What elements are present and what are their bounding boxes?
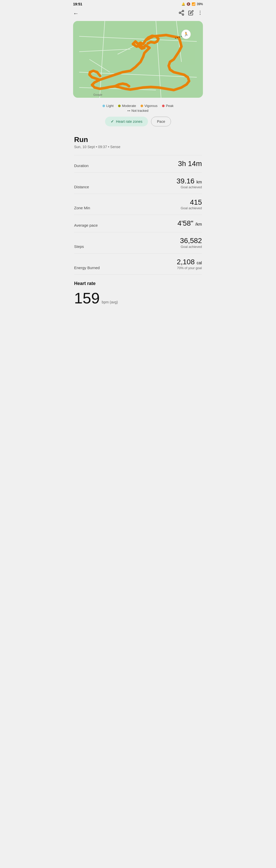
heart-rate-unit: bpm (avg) [102,300,118,304]
heart-rate-number: 159 [74,289,100,307]
check-icon: ✓ [111,119,114,124]
stat-energy: Energy Burned 2,108 cal 70% of your goal [74,253,202,275]
status-bar: 19:51 🔔 🔇 📶 39% [69,0,207,7]
steps-goal: Goal achieved [180,245,202,249]
vigorous-dot [141,105,143,107]
heart-rate-title: Heart rate [74,281,202,286]
heart-rate-section: Heart rate 159 bpm (avg) [69,275,207,311]
not-tracked-dots [128,110,130,111]
legend-vigorous: Vigorous [141,104,158,108]
legend-row-1: Light Moderate Vigorous Peak [102,104,174,108]
svg-point-7 [200,14,201,15]
filter-buttons: ✓ Heart rate zones Pace [69,114,207,131]
stat-duration: Duration 3h 14m [74,155,202,173]
heart-rate-zones-label: Heart rate zones [116,120,143,124]
legend-not-tracked: Not tracked [128,109,148,113]
energy-label: Energy Burned [74,266,100,270]
wifi-icon: 📶 [192,2,196,6]
share-button[interactable] [178,10,184,18]
mute-icon: 🔇 [186,2,191,6]
duration-value: 3h 14m [178,160,202,168]
nav-right [178,10,203,18]
battery-icon: 39% [197,2,203,6]
legend-light: Light [102,104,113,108]
peak-dot [162,105,165,107]
distance-goal: Goal achieved [177,185,202,189]
heart-rate-value-display: 159 bpm (avg) [74,289,202,307]
status-time: 19:51 [73,2,82,6]
duration-label: Duration [74,163,89,168]
zone-min-goal: Goal achieved [181,206,202,210]
zone-min-value-block: 415 Goal achieved [181,198,202,210]
energy-value-block: 2,108 cal 70% of your goal [177,258,202,270]
moderate-dot [118,105,120,107]
stat-avg-pace: Average pace 4'58" /km [74,215,202,232]
nav-left: ← [73,10,79,17]
svg-point-6 [200,12,201,13]
legend-moderate-label: Moderate [122,104,136,108]
energy-value: 2,108 cal [177,258,202,266]
legend-peak: Peak [162,104,174,108]
run-subtitle: Sun, 10 Sept • 09:37 • Sense [74,145,202,149]
light-dot [102,105,105,107]
zone-min-value: 415 [181,198,202,207]
status-icons: 🔔 🔇 📶 39% [181,2,203,6]
svg-point-5 [200,11,201,11]
legend-peak-label: Peak [166,104,174,108]
zone-min-label: Zone Min [74,206,90,210]
heart-rate-zones-button[interactable]: ✓ Heart rate zones [105,117,148,126]
svg-text:Google: Google [93,93,102,96]
more-button[interactable] [197,10,203,17]
edit-button[interactable] [188,10,194,17]
run-section: Run Sun, 10 Sept • 09:37 • Sense Duratio… [69,131,207,275]
pace-button[interactable]: Pace [151,117,171,126]
distance-value: 39.16 km [177,177,202,185]
distance-label: Distance [74,185,89,189]
steps-value: 36,582 [180,237,202,245]
avg-pace-value-block: 4'58" /km [177,219,202,227]
distance-value-block: 39.16 km Goal achieved [177,177,202,189]
legend-vigorous-label: Vigorous [144,104,158,108]
top-nav: ← [69,7,207,21]
svg-rect-8 [79,21,197,98]
not-tracked-label: Not tracked [131,109,148,113]
stat-distance: Distance 39.16 km Goal achieved [74,173,202,194]
steps-value-block: 36,582 Goal achieved [180,237,202,249]
pace-label: Pace [157,120,165,124]
svg-line-4 [181,11,182,12]
legend-light-label: Light [106,104,113,108]
avg-pace-value: 4'58" /km [177,219,202,227]
stat-steps: Steps 36,582 Goal achieved [74,232,202,253]
legend: Light Moderate Vigorous Peak Not tracked [69,102,207,114]
duration-value-block: 3h 14m [178,160,202,168]
avg-pace-label: Average pace [74,223,98,227]
legend-moderate: Moderate [118,104,136,108]
run-title: Run [74,135,202,144]
back-button[interactable]: ← [73,10,79,17]
svg-text:🏃: 🏃 [183,32,188,37]
notification-icon: 🔔 [181,2,185,6]
energy-goal: 70% of your goal [177,266,202,270]
stat-zone-min: Zone Min 415 Goal achieved [74,194,202,215]
run-map: 🏃 Google [73,21,203,98]
steps-label: Steps [74,244,84,249]
svg-line-3 [181,13,182,14]
